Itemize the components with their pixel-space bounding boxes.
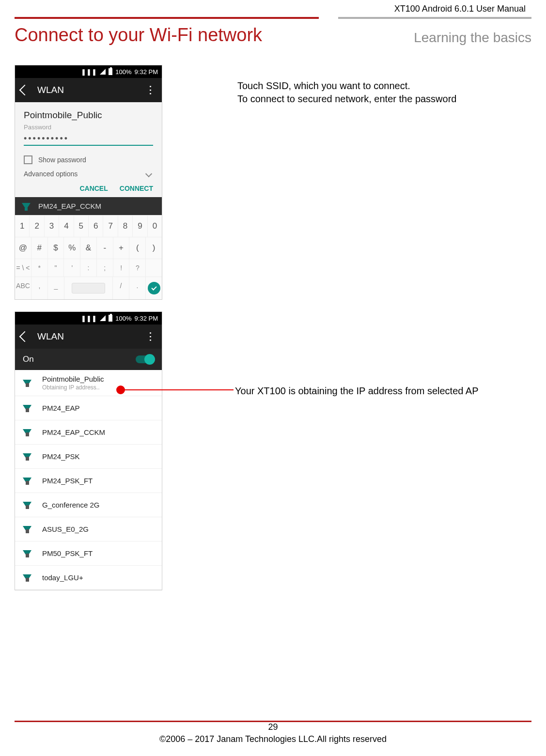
lock-icon — [26, 408, 29, 412]
lock-icon — [26, 457, 29, 461]
key[interactable]: & — [80, 237, 97, 259]
show-password-row[interactable]: Show password — [24, 155, 153, 164]
signal-icon — [100, 315, 106, 321]
doc-header: XT100 Android 6.0.1 User Manual — [15, 0, 531, 15]
network-row[interactable]: PM24_PSK_FT — [15, 469, 162, 493]
key[interactable]: 7 — [103, 215, 118, 237]
network-name: PM50_PSK_FT — [42, 549, 93, 557]
lock-icon — [26, 481, 29, 485]
key[interactable]: = \ < — [15, 259, 31, 277]
key[interactable]: 6 — [89, 215, 103, 237]
key[interactable]: 1 — [15, 215, 30, 237]
lock-icon — [26, 505, 29, 509]
network-row[interactable]: G_conference 2G — [15, 493, 162, 517]
network-row[interactable]: PM24_PSK — [15, 445, 162, 469]
key[interactable]: 5 — [74, 215, 89, 237]
network-row[interactable]: PM50_PSK_FT — [15, 541, 162, 566]
key[interactable]: ' — [64, 259, 80, 277]
app-bar: WLAN ⋯ — [15, 78, 162, 102]
back-icon[interactable] — [19, 331, 31, 342]
key[interactable]: _ — [48, 277, 64, 299]
lock-icon — [26, 529, 29, 533]
content: ❚❚❚ 100% 9:32 PM WLAN ⋯ Pointmobile_Publ… — [15, 65, 531, 590]
key[interactable]: : — [80, 259, 97, 277]
clock: 9:32 PM — [135, 68, 158, 76]
page: XT100 Android 6.0.1 User Manual Connect … — [0, 0, 546, 756]
instruction-text: Touch SSID, which you want to connect. T… — [237, 79, 456, 106]
key[interactable]: - — [97, 237, 113, 259]
key[interactable]: ( — [129, 237, 146, 259]
section-label: Learning the basics — [414, 30, 531, 46]
wifi-icon — [23, 453, 31, 460]
network-row[interactable]: Pointmobile_PublicObtaining IP address.. — [15, 370, 162, 396]
dialog-buttons: CANCEL CONNECT — [24, 185, 153, 192]
network-name: ASUS_E0_2G — [42, 525, 89, 533]
back-icon[interactable] — [19, 85, 31, 96]
key[interactable]: 8 — [118, 215, 133, 237]
network-text: Pointmobile_PublicObtaining IP address.. — [42, 375, 104, 391]
key[interactable]: * — [31, 259, 48, 277]
key[interactable]: / — [113, 277, 129, 299]
battery-icon — [109, 315, 112, 322]
key[interactable]: 0 — [148, 215, 162, 237]
network-text: PM24_PSK — [42, 452, 80, 461]
password-input[interactable] — [24, 131, 153, 146]
app-bar-title: WLAN — [37, 85, 145, 95]
instruction-line-2: To connect to secured network, enter the… — [237, 93, 456, 106]
key[interactable]: , — [31, 277, 48, 299]
network-row[interactable]: PM24_EAP — [15, 396, 162, 420]
soft-keyboard[interactable]: 1 2 3 4 5 6 7 8 9 0 @ # $ % & - — [15, 215, 162, 299]
key[interactable]: ! — [113, 259, 130, 277]
key[interactable]: + — [113, 237, 130, 259]
backspace-key[interactable] — [146, 259, 162, 277]
rule-red — [15, 17, 319, 19]
key[interactable]: ; — [97, 259, 113, 277]
key[interactable]: 2 — [30, 215, 44, 237]
wifi-connect-dialog: Pointmobile_Public Password Show passwor… — [15, 102, 162, 197]
key[interactable]: @ — [15, 237, 31, 259]
space-key[interactable] — [64, 277, 113, 299]
network-text: G_conference 2G — [42, 501, 99, 509]
wifi-icon — [22, 203, 31, 210]
network-text: PM24_EAP — [42, 404, 80, 412]
wifi-icon — [23, 574, 31, 581]
wifi-toggle[interactable] — [136, 355, 154, 363]
enter-key[interactable] — [146, 277, 162, 299]
footer: 29 ©2006 – 2017 Janam Technologies LLC.A… — [0, 721, 546, 745]
advanced-options-row[interactable]: Advanced options — [24, 170, 153, 178]
bg-network-row: PM24_EAP_CCKM — [15, 197, 162, 215]
app-bar: WLAN ⋯ — [15, 324, 162, 349]
rule-gray — [338, 17, 531, 19]
key[interactable]: 3 — [45, 215, 59, 237]
signal-icon — [100, 69, 106, 75]
network-text: PM50_PSK_FT — [42, 549, 93, 557]
connect-button[interactable]: CONNECT — [120, 185, 153, 192]
chevron-down-icon — [145, 170, 152, 177]
battery-percent: 100% — [115, 68, 131, 76]
kb-row-2: @ # $ % & - + ( ) — [15, 237, 162, 259]
network-row[interactable]: today_LGU+ — [15, 566, 162, 590]
battery-icon — [109, 68, 112, 75]
network-text: ASUS_E0_2G — [42, 525, 89, 533]
key[interactable]: 4 — [59, 215, 74, 237]
key[interactable]: $ — [48, 237, 64, 259]
key[interactable]: # — [31, 237, 48, 259]
network-row[interactable]: ASUS_E0_2G — [15, 517, 162, 541]
abc-key[interactable]: ABC — [15, 277, 31, 299]
key[interactable]: ) — [146, 237, 162, 259]
checkbox-icon[interactable] — [24, 155, 32, 164]
cancel-button[interactable]: CANCEL — [79, 185, 108, 192]
network-row[interactable]: PM24_EAP_CCKM — [15, 420, 162, 445]
instruction-line-1: Touch SSID, which you want to connect. — [237, 79, 456, 93]
key[interactable]: 9 — [133, 215, 147, 237]
key[interactable]: % — [64, 237, 80, 259]
key[interactable]: " — [48, 259, 64, 277]
key[interactable]: ? — [129, 259, 146, 277]
key[interactable]: . — [129, 277, 146, 299]
battery-percent: 100% — [115, 315, 131, 322]
bg-network-name: PM24_EAP_CCKM — [38, 202, 101, 210]
lock-icon — [26, 554, 29, 557]
screenshot-wifi-dialog: ❚❚❚ 100% 9:32 PM WLAN ⋯ Pointmobile_Publ… — [15, 65, 162, 300]
password-label: Password — [24, 123, 153, 131]
on-label: On — [23, 355, 34, 364]
